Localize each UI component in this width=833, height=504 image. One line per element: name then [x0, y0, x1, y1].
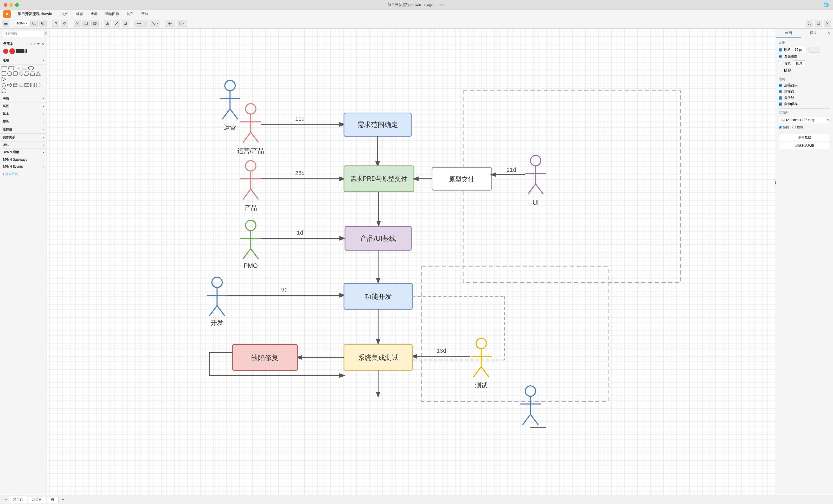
menu-arrange[interactable]: 调整图形	[104, 11, 120, 17]
portrait-radio[interactable]: 竖向	[779, 125, 789, 129]
menu-help[interactable]: 帮助	[140, 11, 149, 17]
canvas-area[interactable]: 运营 运营/产品 11d 需求范围确定	[47, 29, 776, 495]
shape-lines[interactable]	[21, 66, 27, 70]
section-bpmn[interactable]: BPMN 通用 ▸	[0, 148, 47, 156]
globe-icon[interactable]: 🌐	[824, 2, 829, 7]
window-button[interactable]	[815, 20, 822, 27]
landscape-radio-input[interactable]	[792, 126, 796, 129]
menu-edit[interactable]: 编辑	[75, 11, 85, 17]
zoom-in-button[interactable]	[39, 20, 47, 27]
delete-button[interactable]	[74, 20, 81, 27]
background-checkbox[interactable]	[779, 62, 782, 65]
shape-message[interactable]	[24, 83, 29, 88]
tab-style[interactable]: 样式	[801, 29, 826, 38]
connect-arrows-checkbox[interactable]	[779, 84, 782, 87]
shape-arrow-r[interactable]	[7, 83, 12, 88]
shape-diamond[interactable]	[19, 71, 23, 76]
section-misc[interactable]: 杂项 ▸	[0, 95, 47, 102]
search-box[interactable]: 🔍	[2, 31, 45, 37]
shape-cloud[interactable]	[19, 83, 23, 88]
section-uml[interactable]: UML ▸	[0, 142, 47, 148]
color-red-2[interactable]	[9, 48, 15, 54]
tab-draw[interactable]: 绘图	[776, 29, 801, 38]
color-dot[interactable]	[25, 49, 27, 53]
shape-circle[interactable]	[7, 71, 12, 76]
insert-button[interactable]: ▾	[165, 20, 175, 27]
stencil-actions[interactable]: ? + ✏ ✕	[30, 42, 44, 46]
page-view-checkbox[interactable]	[779, 55, 782, 58]
fullscreen-button[interactable]	[806, 20, 813, 27]
shape-square[interactable]	[2, 71, 6, 76]
grid-checkbox[interactable]	[779, 48, 782, 51]
picture-button[interactable]: 图片	[793, 60, 805, 66]
stencil-edit-icon[interactable]: ✏	[37, 42, 40, 46]
stencil-help-icon[interactable]: ?	[30, 42, 32, 46]
shape-pentagon[interactable]	[2, 83, 6, 88]
undo-button[interactable]	[52, 20, 59, 27]
edit-data-button[interactable]: 编辑数据	[779, 134, 830, 141]
right-panel-close-button[interactable]: ✕	[826, 30, 833, 37]
zoom-out-button[interactable]	[30, 20, 38, 27]
shape-cylinder[interactable]	[13, 83, 18, 88]
shape-rect-r[interactable]	[13, 71, 18, 76]
shape-text[interactable]: Text	[15, 67, 20, 70]
auto-save-checkbox[interactable]	[779, 102, 782, 106]
tab-page-2[interactable]: 红黑树	[28, 496, 46, 503]
section-bpmn-ev[interactable]: BPMN Events ▸	[0, 163, 47, 170]
redo-button[interactable]	[61, 20, 68, 27]
shape-chevron[interactable]	[36, 83, 41, 88]
color-dark[interactable]	[16, 49, 24, 53]
search-input[interactable]	[4, 32, 44, 35]
shape-parallelogram[interactable]	[24, 71, 29, 76]
cut-button[interactable]	[82, 20, 90, 27]
copy-button[interactable]	[91, 20, 99, 27]
line-color-button[interactable]	[113, 20, 120, 27]
maximize-button[interactable]	[15, 3, 19, 7]
shape-ellipse[interactable]	[28, 66, 34, 70]
page-size-select[interactable]: A4 (210 mm x 297 mm)	[779, 117, 830, 123]
waypoint-button[interactable]: ▾	[149, 20, 160, 27]
sidebar-toggle-button[interactable]	[2, 20, 9, 27]
data-badge[interactable]: 数据	[772, 179, 776, 186]
section-basic[interactable]: 基本 ▸	[0, 110, 47, 118]
zoom-control[interactable]: 100% ▾	[15, 20, 29, 27]
window-controls[interactable]	[4, 3, 19, 7]
section-flowchart[interactable]: 流程图 ▸	[0, 126, 47, 134]
shadow-checkbox[interactable]	[779, 69, 782, 72]
table-button[interactable]: ▾	[177, 20, 187, 27]
shape-trapezoid[interactable]	[30, 71, 35, 76]
shape-rect[interactable]	[2, 66, 7, 70]
clear-defaults-button[interactable]: 清除默认风格	[779, 142, 830, 149]
menu-file[interactable]: 文件	[60, 11, 70, 17]
shadow-button[interactable]	[122, 20, 129, 27]
menu-view[interactable]: 查看	[89, 11, 99, 17]
menu-other[interactable]: 其它	[125, 11, 135, 17]
section-arrows[interactable]: 箭头 ▸	[0, 118, 47, 126]
grid-color-box[interactable]	[809, 47, 820, 52]
guides-checkbox[interactable]	[779, 96, 782, 100]
tab-page-1[interactable]: 第 1 页	[9, 496, 27, 503]
shape-right-triangle[interactable]	[2, 77, 6, 82]
minimize-button[interactable]	[9, 3, 13, 7]
section-advanced[interactable]: 高级 ▸	[0, 102, 47, 110]
stencil-add-icon[interactable]: +	[34, 42, 35, 46]
close-button[interactable]	[4, 3, 7, 7]
add-page-button[interactable]: +	[59, 496, 67, 503]
shape-octagon[interactable]	[2, 89, 6, 93]
fill-color-button[interactable]	[104, 20, 111, 27]
color-red[interactable]	[3, 49, 8, 54]
landscape-radio[interactable]: 横向	[792, 125, 803, 129]
tab-page-3[interactable]: 树	[47, 496, 58, 503]
connect-points-checkbox[interactable]	[779, 90, 782, 93]
portrait-radio-input[interactable]	[779, 126, 782, 129]
section-er[interactable]: 实体关系 ▸	[0, 134, 47, 142]
shape-rect-rounded[interactable]	[8, 66, 14, 70]
diagram-svg[interactable]: 运营 运营/产品 11d 需求范围确定	[47, 29, 776, 495]
section-general[interactable]: 通用 ▾	[0, 57, 47, 65]
close-panel-button[interactable]	[824, 20, 831, 27]
stencil-close-icon[interactable]: ✕	[41, 42, 44, 46]
tab-menu-icon[interactable]: ⋯	[2, 497, 8, 503]
section-bpmn-gw[interactable]: BPMN Gateways ▸	[0, 156, 47, 163]
shape-triangle[interactable]	[36, 71, 41, 76]
connection-style-button[interactable]: ▾	[135, 20, 147, 27]
